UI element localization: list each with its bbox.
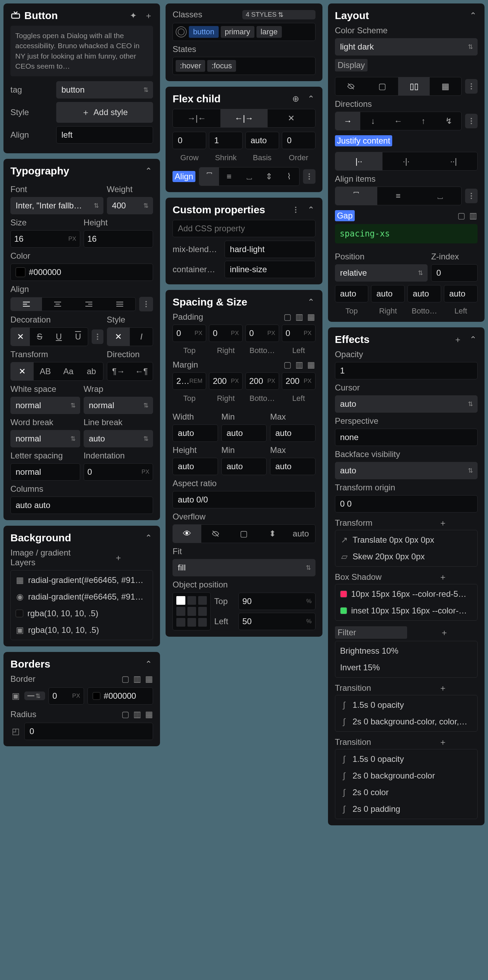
shadow-item[interactable]: inset 10px 15px 16px --color-…	[339, 602, 474, 619]
as-stretch-button[interactable]: ⇕	[259, 167, 279, 186]
border-individual-icon[interactable]: ▦	[145, 675, 153, 683]
objpos-top-input[interactable]: %	[238, 593, 315, 610]
radius-separate-icon[interactable]: ▥	[133, 710, 141, 719]
more-icon[interactable]	[291, 205, 300, 214]
mar-xy-icon[interactable]: ▥	[295, 361, 304, 369]
disp-none-button[interactable]	[335, 77, 367, 95]
pad-xy-icon[interactable]: ▥	[295, 313, 304, 321]
weight-select[interactable]: 400	[107, 197, 153, 214]
prop-value-input[interactable]	[225, 261, 315, 278]
dir-colrev-button[interactable]: ↑	[411, 112, 436, 130]
align-right-button[interactable]	[73, 298, 104, 311]
color-input[interactable]: #000000	[10, 264, 153, 281]
shadow-item[interactable]: 10px 15px 16px --color-red-5…	[339, 586, 474, 602]
deco-more-button[interactable]	[92, 329, 104, 344]
dir-wrap-button[interactable]: ↯	[436, 112, 461, 130]
transition-item[interactable]: ∫2s 0 background-color	[339, 767, 474, 784]
transition-item[interactable]: ∫2s 0 padding	[339, 801, 474, 817]
pad-left-input[interactable]: PX	[282, 325, 316, 342]
minh-input[interactable]	[222, 458, 266, 475]
tt-none-button[interactable]: ✕	[11, 363, 33, 380]
bg-layer-item[interactable]: rgba(10, 10, 10, .5)	[14, 605, 149, 622]
whitespace-select[interactable]: normal	[10, 397, 80, 414]
ov-hidden-button[interactable]	[201, 525, 230, 543]
lineheight-input[interactable]	[84, 230, 153, 248]
chevron-up-icon[interactable]: ⌃	[306, 205, 316, 214]
classes-input[interactable]: button primary large	[172, 23, 315, 41]
deco-none-button[interactable]: ✕	[11, 328, 30, 346]
gap-value[interactable]: spacing-xs	[335, 224, 478, 243]
target-icon[interactable]	[175, 26, 187, 37]
align-left-button[interactable]	[11, 298, 42, 311]
class-chip[interactable]: primary	[221, 26, 254, 38]
size-input[interactable]: PX	[10, 230, 80, 248]
border-side-icon[interactable]: ▣	[10, 692, 21, 700]
mar-right-input[interactable]: PX	[209, 372, 242, 390]
styles-count-badge[interactable]: 4 STYLES ⇅	[242, 10, 316, 19]
basis-input[interactable]	[246, 132, 279, 149]
bg-layer-item[interactable]: ◉radial-gradient(#e66465, #91…	[14, 589, 149, 605]
pos-right-input[interactable]	[371, 285, 405, 302]
add-filter-button[interactable]: ＋	[411, 628, 478, 637]
states-input[interactable]: :hover :focus	[172, 57, 315, 75]
columns-input[interactable]	[10, 496, 153, 514]
transform-item[interactable]: ▱Skew 20px 0px 0px	[339, 548, 474, 565]
wrap-select[interactable]: normal	[84, 397, 153, 414]
border-all-icon[interactable]: ▢	[121, 675, 129, 683]
radius-corner-icon[interactable]: ◰	[10, 727, 21, 735]
radius-individual-icon[interactable]: ▦	[145, 710, 153, 719]
chevron-up-icon[interactable]: ⌃	[469, 11, 478, 20]
class-chip[interactable]: button	[189, 26, 218, 38]
class-chip[interactable]: large	[257, 26, 282, 38]
mar-top-input[interactable]: REM	[172, 372, 206, 390]
ai-end-button[interactable]: ⎵	[419, 187, 461, 205]
add-effect-button[interactable]: ＋	[453, 335, 462, 344]
chevron-up-icon[interactable]: ⌃	[144, 167, 153, 175]
flex-shrink-button[interactable]: →|←	[173, 109, 220, 127]
state-chip[interactable]: :focus	[207, 60, 236, 72]
cursor-select[interactable]: auto	[335, 395, 478, 413]
border-separate-icon[interactable]: ▥	[133, 675, 141, 683]
add-layer-button[interactable]: ＋	[84, 553, 153, 562]
pos-top-input[interactable]	[335, 285, 368, 302]
component-description[interactable]: Toggles open a Dialog with all the acces…	[10, 25, 153, 76]
prop-value-input[interactable]	[225, 241, 315, 258]
bg-layer-item[interactable]: ▦radial-gradient(#e66465, #91…	[14, 572, 149, 589]
mar-all-icon[interactable]: ▢	[284, 361, 292, 369]
ov-auto-button[interactable]: auto	[287, 525, 315, 543]
display-more-button[interactable]	[465, 79, 478, 94]
align-input[interactable]	[56, 126, 153, 143]
shrink-input[interactable]	[209, 132, 242, 149]
add-css-input[interactable]	[172, 220, 315, 237]
add-transition-button[interactable]: ＋	[408, 684, 478, 692]
pos-left-input[interactable]	[444, 285, 478, 302]
height-input[interactable]	[172, 458, 218, 475]
transition-item[interactable]: ∫1.5s 0 opacity	[339, 697, 474, 713]
tt-cap-button[interactable]: Aa	[57, 363, 80, 380]
add-shadow-button[interactable]: ＋	[408, 573, 478, 582]
pad-bottom-input[interactable]: PX	[246, 325, 279, 342]
perspective-input[interactable]	[335, 429, 478, 446]
maxw-input[interactable]	[270, 425, 315, 442]
sparkle-icon[interactable]: ✦	[129, 11, 138, 20]
flex-none-button[interactable]: ✕	[268, 109, 315, 127]
ov-visible-button[interactable]: 👁	[173, 525, 201, 543]
border-color-input[interactable]: #000000	[88, 687, 153, 705]
ai-start-button[interactable]: ⎴	[335, 187, 377, 205]
transform-item[interactable]: ↗Translate 0px 0px 0px	[339, 531, 474, 548]
ai-center-button[interactable]: ≡	[377, 187, 419, 205]
add-transition-button-2[interactable]: ＋	[408, 738, 478, 747]
plus-icon[interactable]: ＋	[144, 11, 153, 20]
style-none-button[interactable]: ✕	[107, 328, 130, 346]
objpos-grid[interactable]	[172, 592, 211, 630]
pos-bottom-input[interactable]	[407, 285, 441, 302]
align-justify-button[interactable]	[104, 298, 136, 311]
fit-select[interactable]: fill	[172, 559, 315, 576]
transition-item[interactable]: ∫2s 0 background-color, color,…	[339, 713, 474, 730]
align-center-button[interactable]	[42, 298, 73, 311]
radius-all-icon[interactable]: ▢	[121, 710, 129, 719]
disp-block-button[interactable]: ▢	[367, 77, 398, 95]
dir-col-button[interactable]: ↓	[360, 112, 386, 130]
transformorigin-input[interactable]	[335, 495, 478, 512]
bfv-select[interactable]: auto	[335, 462, 478, 479]
